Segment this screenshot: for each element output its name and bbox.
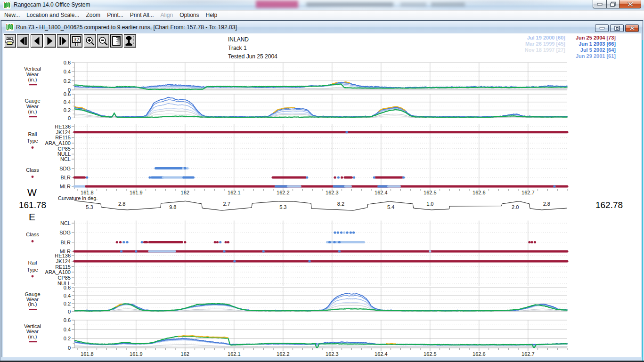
category-dot-red — [528, 241, 530, 243]
restore-icon-part — [615, 26, 620, 31]
category-label: JK124 — [56, 258, 71, 264]
category-dot-blue — [345, 131, 348, 133]
category-dot-blue — [135, 250, 137, 252]
restore-button[interactable] — [607, 0, 620, 8]
category-dot-blue — [334, 231, 336, 233]
y-tick-label: 0.4 — [64, 327, 71, 332]
child-restore-button[interactable] — [610, 24, 624, 32]
menu-item-help[interactable]: Help — [203, 11, 221, 19]
x-tick-label: 162.3 — [326, 351, 339, 357]
y-tick-label: 0 — [68, 345, 71, 351]
category-dot-blue — [122, 241, 125, 243]
category-label: MLR — [60, 184, 71, 189]
category-dot-blue — [126, 241, 128, 243]
chart-window-controls — [595, 24, 639, 32]
category-dot-lightblue — [429, 250, 431, 252]
category-label: SDG — [59, 166, 71, 171]
category-dot-red — [534, 241, 536, 243]
category-dot-blue — [338, 250, 341, 252]
minimize-icon-part — [600, 27, 604, 29]
child-close-button[interactable] — [625, 24, 639, 32]
vertical-wear-w-title-label: Wear — [26, 72, 39, 77]
menu-item-align[interactable]: Align — [157, 11, 177, 19]
category-label: NULL — [57, 281, 71, 286]
x-tick-label: 162.1 — [228, 190, 241, 195]
x-tick-label: 161.9 — [130, 351, 143, 357]
menu-item-new[interactable]: New... — [1, 11, 23, 19]
app-logo-icon — [3, 1, 11, 9]
curvature-line — [74, 201, 567, 210]
menu-item-options[interactable]: Options — [176, 11, 202, 19]
minimize-button[interactable] — [593, 0, 607, 8]
window-frame-accent — [642, 40, 643, 362]
menu-item-print-all[interactable]: Print All... — [127, 11, 157, 19]
category-dot-blue — [333, 241, 335, 243]
chart-window-content: 32 INLAND Track 1 Tested Jun 25 2004 Jul… — [3, 33, 641, 357]
rail-type-e-title-marker — [32, 275, 34, 278]
class-e-title-label: Class — [26, 232, 39, 237]
class-e-title-marker — [32, 240, 34, 242]
x-tick-label: 162.2 — [277, 190, 290, 195]
gauge-wear-w-title-label: (in.) — [28, 109, 37, 114]
curvature-value-label: 2.7 — [223, 201, 230, 207]
wear-line-gold — [386, 344, 396, 344]
window-controls — [593, 0, 641, 8]
chart-canvas — [3, 33, 641, 357]
category-label: SDG — [59, 230, 71, 235]
app-logo-icon-part — [6, 3, 9, 8]
y-tick-label: 0.6 — [64, 317, 71, 323]
y-tick-label: 0.2 — [64, 301, 71, 306]
menu-item-print[interactable]: Print... — [104, 11, 127, 19]
category-dot-red — [116, 241, 118, 243]
titlebar-glass-blob — [306, 2, 393, 7]
app-logo-icon-part — [9, 3, 10, 3]
category-dot-blue — [373, 176, 375, 178]
category-dot-red — [227, 241, 229, 243]
rail-type-w-title-label: Type — [27, 138, 38, 144]
chart-window-titlebar[interactable]: Run 73 - HI_1800_040625 compared to 9 ea… — [1, 21, 643, 33]
y-tick-label: 0.6 — [64, 91, 71, 97]
category-dot-blue — [308, 260, 310, 262]
category-dot-blue — [402, 176, 405, 178]
category-dot-blue — [148, 176, 151, 178]
category-dot-blue — [262, 250, 265, 252]
x-tick-label: 162.1 — [228, 351, 241, 357]
titlebar-glass-blob — [400, 2, 426, 7]
gauge-wear-w-title-label: Wear — [26, 104, 39, 109]
y-tick-label: 0.4 — [64, 293, 71, 298]
vertical-wear-w-title-label: Vertical — [24, 66, 41, 72]
x-tick-label: 162 — [181, 190, 189, 195]
curvature-value-label: 2.0 — [512, 204, 519, 210]
gauge-wear-e-title-label: (in.) — [28, 301, 37, 307]
close-icon — [629, 26, 635, 31]
minimize-icon-part — [597, 3, 602, 5]
menu-item-zoom[interactable]: Zoom — [82, 11, 104, 19]
restore-icon — [614, 26, 620, 31]
category-label: RE136 — [55, 124, 71, 129]
category-dot-blue — [346, 231, 348, 233]
window-titlebar[interactable]: Rangecam 14.0 Office System — [0, 0, 644, 10]
chart-window-icon — [6, 23, 14, 31]
child-minimize-button[interactable] — [595, 24, 609, 32]
chart-window: Run 73 - HI_1800_040625 compared to 9 ea… — [1, 20, 643, 357]
x-tick-label: 162 — [181, 351, 189, 357]
category-label: RE136 — [55, 253, 71, 258]
rail-type-w-title-marker — [32, 146, 34, 149]
rail-type-w-title-label: Rail — [28, 131, 37, 137]
category-dot-red — [334, 176, 336, 178]
category-dot-blue — [353, 176, 355, 178]
category-label: BLR — [61, 175, 71, 180]
vertical-wear-e-title-label: (in.) — [28, 334, 37, 339]
menu-bar: New...Location and Scale...ZoomPrint...P… — [0, 10, 644, 20]
y-tick-label: 0.2 — [64, 107, 71, 113]
chart-window-title: Run 73 - HI_1800_040625 compared to 9 ea… — [16, 24, 237, 31]
x-tick-label: 162.4 — [375, 190, 388, 195]
curvature-value-label: 2.8 — [543, 201, 550, 207]
close-button[interactable] — [620, 0, 641, 8]
category-dot-red — [531, 241, 533, 243]
wear-line-history — [74, 298, 568, 311]
category-dot-red — [225, 241, 227, 243]
y-tick-label: 0 — [68, 115, 71, 121]
category-dot-blue — [553, 185, 555, 187]
menu-item-location-and-scale[interactable]: Location and Scale... — [23, 11, 82, 19]
